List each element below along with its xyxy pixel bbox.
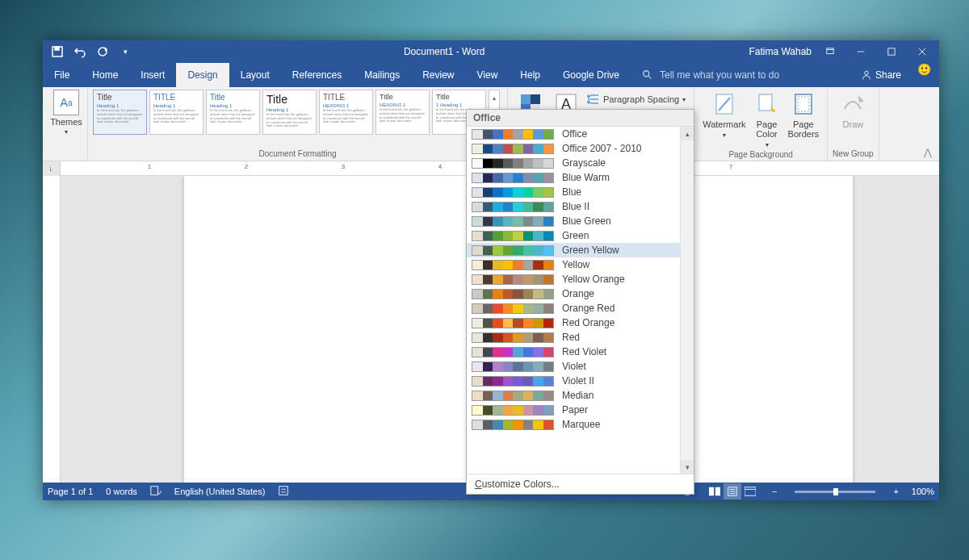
color-scheme-row[interactable]: Office 2007 - 2010 <box>467 141 694 156</box>
share-button[interactable]: Share <box>853 63 909 87</box>
color-scheme-row[interactable]: Grayscale <box>467 156 694 170</box>
tab-review[interactable]: Review <box>411 63 465 87</box>
color-scheme-row[interactable]: Median <box>467 388 694 403</box>
color-scheme-name: Violet II <box>562 375 594 387</box>
color-scheme-name: Grayscale <box>562 157 606 169</box>
paragraph-spacing-button[interactable]: Paragraph Spacing▾ <box>584 91 689 107</box>
color-scheme-row[interactable]: Office <box>467 127 694 141</box>
zoom-level[interactable]: 100% <box>912 487 934 496</box>
color-scheme-row[interactable]: Paper <box>467 403 694 417</box>
swatch-bar <box>472 129 554 140</box>
maximize-button[interactable] <box>879 43 904 61</box>
svg-rect-29 <box>279 487 288 495</box>
group-themes: Aa Themes ▾ <box>43 87 88 161</box>
draw-button[interactable]: Draw <box>833 90 874 131</box>
color-scheme-row[interactable]: Green <box>467 228 694 243</box>
ribbon-collapse-icon[interactable]: ⋀ <box>921 146 934 159</box>
titlebar: ▾ Document1 - Word Fatima Wahab <box>43 40 939 63</box>
colors-dropdown: Office OfficeOffice 2007 - 2010Grayscale… <box>466 109 694 495</box>
accessibility-icon[interactable] <box>278 485 289 498</box>
qat-dropdown-icon[interactable]: ▾ <box>119 45 132 58</box>
color-scheme-row[interactable]: Blue Green <box>467 214 694 228</box>
tab-references[interactable]: References <box>281 63 353 87</box>
redo-icon[interactable] <box>96 45 109 58</box>
color-scheme-row[interactable]: Green Yellow <box>467 243 694 257</box>
colors-scrollbar[interactable]: ▴▾ <box>680 127 694 474</box>
color-scheme-row[interactable]: Red Violet <box>467 345 694 359</box>
color-scheme-name: Orange <box>562 288 594 299</box>
style-gallery[interactable]: TitleHeading 1In the Insert tab, the gal… <box>93 90 502 135</box>
style-thumb[interactable]: TITLEHeading 1In the Insert tab, the gal… <box>149 90 203 135</box>
color-scheme-name: Yellow Orange <box>562 274 625 285</box>
color-scheme-name: Yellow <box>562 259 589 270</box>
swatch-bar <box>472 187 554 198</box>
username: Fatima Wahab <box>749 46 812 57</box>
undo-icon[interactable] <box>73 45 86 58</box>
swatch-bar <box>472 144 554 154</box>
style-thumb[interactable]: TitleHeading 1In the Insert tab, the gal… <box>262 90 317 135</box>
web-layout-icon[interactable] <box>741 483 759 499</box>
print-layout-icon[interactable] <box>724 483 741 499</box>
feedback-icon[interactable]: 🙂 <box>917 63 931 87</box>
color-scheme-row[interactable]: Orange Red <box>467 301 694 316</box>
color-scheme-row[interactable]: Blue <box>467 185 694 199</box>
color-scheme-row[interactable]: Yellow Orange <box>467 272 694 286</box>
color-scheme-name: Office 2007 - 2010 <box>562 143 642 154</box>
tab-design[interactable]: Design <box>176 63 229 87</box>
style-thumb[interactable]: TitleHeading 1In the Insert tab, the gal… <box>93 90 147 135</box>
tab-home[interactable]: Home <box>81 63 129 87</box>
colors-list: OfficeOffice 2007 - 2010GrayscaleBlue Wa… <box>467 127 694 474</box>
watermark-button[interactable]: Watermark ▾ <box>699 90 749 150</box>
color-scheme-row[interactable]: Orange <box>467 286 694 301</box>
minimize-button[interactable] <box>849 43 873 61</box>
scroll-down-icon[interactable]: ▾ <box>681 460 694 474</box>
status-page[interactable]: Page 1 of 1 <box>48 487 93 496</box>
color-scheme-name: Blue II <box>562 201 589 212</box>
tab-mailings[interactable]: Mailings <box>353 63 411 87</box>
spellcheck-icon[interactable] <box>150 485 162 498</box>
swatch-bar <box>472 289 554 299</box>
style-thumb[interactable]: TITLEHEADING 1In the Insert tab, the gal… <box>319 90 373 135</box>
themes-button[interactable]: Aa Themes ▾ <box>48 90 85 136</box>
color-scheme-row[interactable]: Violet <box>467 359 694 374</box>
tab-help[interactable]: Help <box>509 63 552 87</box>
color-scheme-row[interactable]: Red Orange <box>467 316 694 330</box>
color-scheme-row[interactable]: Yellow <box>467 257 694 272</box>
color-scheme-name: Orange Red <box>562 303 615 314</box>
save-icon[interactable] <box>51 45 64 58</box>
swatch-bar <box>472 231 554 241</box>
color-scheme-row[interactable]: Blue Warm <box>467 170 694 185</box>
read-mode-icon[interactable] <box>706 483 724 499</box>
color-scheme-row[interactable]: Marquee <box>467 417 694 432</box>
vertical-ruler[interactable] <box>43 176 61 483</box>
color-scheme-row[interactable]: Blue II <box>467 199 694 214</box>
color-scheme-name: Red <box>562 332 580 343</box>
zoom-out-icon[interactable]: − <box>772 487 777 496</box>
zoom-in-icon[interactable]: + <box>893 487 898 496</box>
status-words[interactable]: 0 words <box>106 487 137 496</box>
ruler-corner: L <box>43 161 61 176</box>
swatch-bar <box>472 332 554 343</box>
tab-file[interactable]: File <box>43 63 81 87</box>
tab-layout[interactable]: Layout <box>229 63 281 87</box>
page-borders-button[interactable]: PageBorders <box>785 90 823 150</box>
tab-google-drive[interactable]: Google Drive <box>552 63 631 87</box>
close-button[interactable] <box>910 43 934 61</box>
status-language[interactable]: English (United States) <box>174 487 266 496</box>
tab-view[interactable]: View <box>466 63 510 87</box>
customize-colors-button[interactable]: Customize Colors... <box>467 474 694 494</box>
scroll-up-icon[interactable]: ▴ <box>681 127 694 140</box>
ribbon-display-icon[interactable] <box>818 43 842 61</box>
color-scheme-row[interactable]: Violet II <box>467 374 694 388</box>
page-color-button[interactable]: PageColor ▾ <box>749 90 785 150</box>
color-scheme-name: Blue Warm <box>562 172 610 183</box>
color-scheme-row[interactable]: Red <box>467 330 694 345</box>
tell-me-input[interactable]: Tell me what you want to do <box>660 69 779 81</box>
style-thumb[interactable]: TitleHEADING 1In the Insert tab, the gal… <box>375 90 430 135</box>
tab-insert[interactable]: Insert <box>129 63 176 87</box>
style-thumb[interactable]: TitleHeading 1In the Insert tab, the gal… <box>206 90 260 135</box>
zoom-slider[interactable] <box>795 491 875 493</box>
ribbon-tabs: File Home Insert Design Layout Reference… <box>43 63 939 87</box>
view-buttons <box>706 483 759 499</box>
search-icon <box>642 69 653 81</box>
